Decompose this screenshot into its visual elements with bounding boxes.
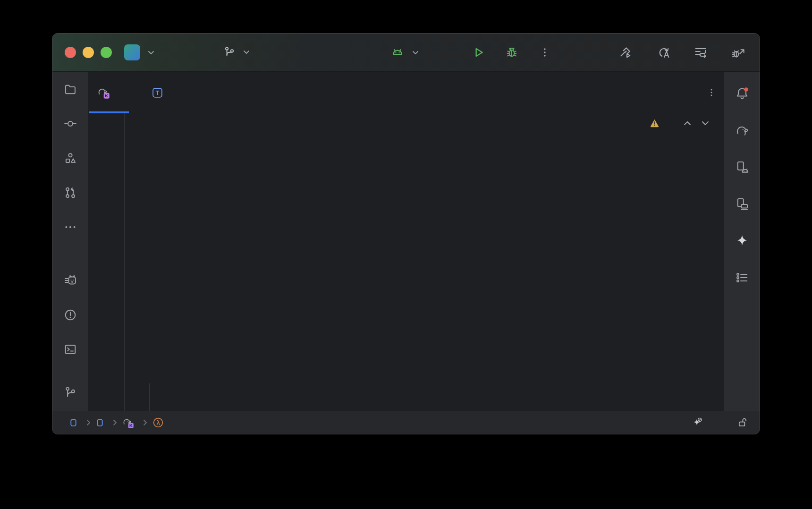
status-widgets	[641, 417, 748, 428]
title-bar[interactable]	[52, 34, 760, 72]
kotlin-script-indicator[interactable]: λ	[152, 417, 164, 428]
tool-version-control-button[interactable]	[63, 385, 77, 399]
tool-problems-button[interactable]	[63, 308, 77, 322]
tool-project-button[interactable]	[63, 82, 77, 96]
unlocked-icon	[737, 417, 748, 428]
apply-code-changes-icon	[657, 45, 671, 59]
status-bar: K λ	[52, 411, 760, 434]
device-manager-icon	[735, 197, 749, 211]
project-widget[interactable]	[124, 44, 154, 60]
tab-libs-versions-toml[interactable]: T	[142, 72, 177, 113]
chevron-right-icon	[86, 419, 91, 426]
previous-warning-button[interactable]	[684, 121, 691, 126]
indent-guide	[149, 383, 150, 411]
gradle-kotlin-script-icon: K	[97, 86, 110, 99]
right-tool-stripe	[724, 72, 760, 411]
debug-bug-icon	[505, 46, 518, 59]
chevron-down-icon	[412, 51, 419, 55]
tool-terminal-button[interactable]	[63, 342, 77, 356]
notification-dot	[744, 87, 748, 92]
code-lines	[88, 113, 724, 115]
run-button[interactable]	[471, 44, 487, 60]
tool-gradle-button[interactable]	[735, 123, 749, 137]
terminal-icon	[64, 343, 77, 356]
tool-running-devices-button[interactable]	[735, 160, 749, 174]
tool-structure-button[interactable]	[63, 151, 77, 165]
structure-icon	[64, 152, 77, 165]
build-run-icon	[618, 45, 632, 59]
build-run-button[interactable]	[617, 44, 633, 60]
notifications-bell-icon	[735, 86, 749, 101]
left-tool-stripe	[52, 72, 88, 411]
git-branch-icon	[64, 386, 77, 399]
error-stripe[interactable]	[705, 113, 724, 411]
svg-text:K: K	[129, 423, 133, 428]
module-icon	[96, 418, 104, 427]
chevron-down-icon	[148, 51, 154, 55]
gemini-status-widget[interactable]	[692, 417, 703, 428]
pull-requests-icon	[64, 186, 77, 199]
apply-changes-restart-icon	[694, 45, 708, 59]
project-folder-icon	[64, 83, 77, 96]
apply-code-changes-button[interactable]	[656, 44, 672, 60]
svg-text:T: T	[156, 89, 160, 96]
debug-button[interactable]	[504, 44, 520, 60]
minimize-window-button[interactable]	[83, 47, 94, 58]
module-icon	[69, 418, 77, 427]
toml-file-icon: T	[152, 87, 163, 99]
attach-debugger-button[interactable]	[730, 44, 746, 60]
breadcrumb-project[interactable]	[69, 418, 81, 427]
lock-widget[interactable]	[737, 417, 748, 428]
git-branch-icon	[223, 46, 236, 58]
ide-window: K T	[52, 33, 760, 434]
more-actions-button[interactable]	[537, 44, 553, 60]
tab-options-kebab-icon	[706, 87, 717, 98]
tab-options-button[interactable]	[706, 87, 717, 98]
run-configuration-widget[interactable]	[390, 45, 419, 59]
more-icon	[64, 221, 77, 234]
gradle-kotlin-script-icon: K	[122, 417, 134, 429]
chevron-up-icon	[684, 121, 691, 126]
commit-icon	[64, 117, 77, 130]
chevron-right-icon	[143, 419, 147, 426]
tool-notifications-button[interactable]	[735, 86, 749, 101]
zoom-window-button[interactable]	[101, 47, 112, 58]
list-tool-icon	[735, 271, 749, 285]
main-area: K T	[52, 72, 760, 411]
tool-pull-requests-button[interactable]	[63, 186, 77, 200]
close-window-button[interactable]	[65, 47, 76, 58]
more-kebab-icon	[539, 47, 550, 58]
code-editor[interactable]	[88, 113, 724, 411]
svg-text:λ: λ	[156, 419, 160, 426]
tool-more-button[interactable]	[63, 220, 77, 234]
editor-column: K T	[88, 72, 724, 411]
editor-tab-bar: K T	[88, 72, 724, 113]
warning-icon	[650, 118, 660, 128]
tool-device-manager-button[interactable]	[735, 197, 749, 211]
logcat-icon	[64, 274, 77, 287]
tool-logcat-button[interactable]	[63, 273, 77, 288]
inspections-widget[interactable]	[650, 118, 709, 128]
breadcrumb-module[interactable]	[96, 418, 108, 427]
attach-debugger-icon	[731, 45, 745, 59]
tab-build-gradle-kts[interactable]: K	[88, 72, 130, 113]
gradle-icon	[735, 123, 749, 137]
project-badge	[124, 44, 140, 60]
lambda-icon: λ	[152, 417, 164, 428]
tool-list-button[interactable]	[735, 271, 749, 285]
apply-changes-restart-button[interactable]	[693, 44, 709, 60]
running-devices-icon	[735, 160, 749, 174]
chevron-right-icon	[113, 419, 117, 426]
android-icon	[390, 45, 405, 59]
breadcrumb-file[interactable]: K	[122, 417, 138, 429]
chevron-down-icon	[243, 50, 250, 54]
problems-icon	[64, 308, 77, 322]
tool-gemini-button[interactable]	[735, 234, 749, 248]
tool-commit-button[interactable]	[63, 117, 77, 131]
gemini-disabled-icon	[692, 417, 703, 428]
run-icon	[472, 46, 485, 59]
vcs-branch-widget[interactable]	[223, 46, 250, 58]
svg-text:K: K	[105, 93, 109, 98]
breadcrumbs: K λ	[69, 417, 164, 429]
gemini-star-icon	[735, 234, 749, 248]
